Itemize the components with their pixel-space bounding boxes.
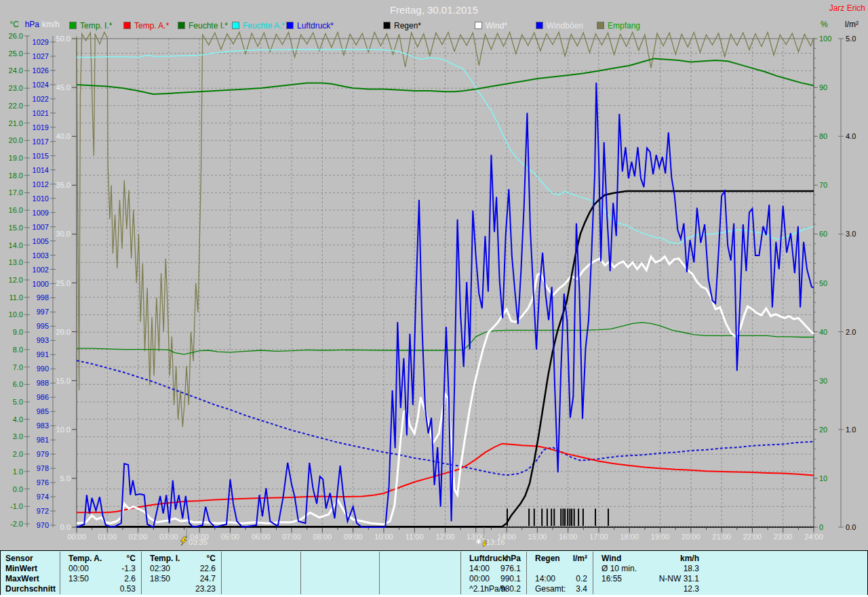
tick-degc: 20.0 bbox=[9, 136, 23, 144]
table-cell-value: 990.1 bbox=[500, 574, 521, 584]
table-cell-value: N-NW 31.1 bbox=[659, 574, 699, 584]
table-cell-time: Regen bbox=[535, 554, 560, 564]
table-cell-value: °C bbox=[127, 554, 136, 564]
table-cell-value: 12.3 bbox=[684, 584, 699, 594]
table-cell-time: Temp. I. bbox=[150, 554, 180, 564]
tick-degc: 2.0 bbox=[13, 450, 23, 458]
table-cell-row: Windkm/h bbox=[595, 554, 703, 564]
tick-hpa: 1027 bbox=[33, 52, 49, 60]
tick-degc: 26.0 bbox=[9, 32, 23, 40]
tick-degc: 14.0 bbox=[9, 241, 23, 249]
axis-title-degc: °C bbox=[10, 20, 20, 29]
tick-lm2: 2.0 bbox=[846, 328, 856, 336]
tick-hpa: 979 bbox=[37, 450, 49, 458]
tick-pct: 30 bbox=[819, 377, 827, 385]
table-row-label: Sensor bbox=[5, 554, 33, 564]
tick-pct: 20 bbox=[819, 426, 827, 434]
lightning-icon bbox=[180, 537, 186, 545]
tick-hpa: 1003 bbox=[33, 251, 49, 260]
table-cell-time: Wind bbox=[601, 554, 621, 564]
x-label: 22:00 bbox=[743, 533, 762, 541]
table-divider bbox=[460, 552, 461, 594]
table-cell-row: 12.3 bbox=[595, 584, 703, 594]
tick-lm2: 4.0 bbox=[846, 132, 856, 140]
table-cell-row: Temp. A.°C bbox=[62, 554, 140, 564]
rain-bar bbox=[551, 509, 552, 526]
rain-bar bbox=[541, 509, 542, 526]
tick-kmh: 30.0 bbox=[56, 230, 71, 238]
table-cell-row: 14:000.2 bbox=[528, 574, 591, 584]
table-cell-value: °C bbox=[207, 554, 216, 564]
x-label: 12:00 bbox=[436, 533, 455, 541]
rain-bar bbox=[578, 509, 579, 526]
table-cell-time: Ø 10 min. bbox=[601, 564, 637, 574]
table-cell-time: 13:50 bbox=[68, 574, 89, 584]
x-label: 16:00 bbox=[559, 533, 578, 541]
tick-pct: 80 bbox=[819, 132, 827, 140]
table-cell-row: Temp. I.°C bbox=[143, 554, 220, 564]
x-label: 21:00 bbox=[712, 533, 731, 541]
table-cell-value: 0.53 bbox=[120, 584, 136, 594]
tick-degc: 19.0 bbox=[9, 154, 23, 162]
tick-degc: 24.0 bbox=[9, 66, 23, 75]
rain-bar bbox=[560, 509, 561, 526]
tick-degc: 11.0 bbox=[9, 293, 23, 302]
rain-bar bbox=[574, 509, 575, 526]
weather-chart-canvas[interactable]: °ChPakm/h%l/m²26.025.024.023.022.021.020… bbox=[0, 0, 868, 549]
tick-degc: 1.0 bbox=[13, 468, 23, 476]
x-label: 19:00 bbox=[651, 533, 670, 541]
tick-degc: 23.0 bbox=[9, 84, 23, 92]
x-label: 08:00 bbox=[313, 533, 332, 541]
rain-bar bbox=[553, 509, 555, 526]
tick-kmh: 5.0 bbox=[60, 474, 71, 482]
tick-kmh: 20.0 bbox=[56, 328, 71, 336]
tick-degc: -2.0 bbox=[10, 520, 23, 528]
x-label: 15:00 bbox=[528, 533, 547, 541]
tick-hpa: 1009 bbox=[33, 209, 49, 217]
marker-time-label: 03:35 bbox=[189, 538, 208, 546]
table-cell-value: 3.4 bbox=[576, 584, 587, 594]
tick-hpa: 985 bbox=[37, 407, 49, 415]
x-label: 11:00 bbox=[406, 533, 424, 541]
tick-lm2: 0.0 bbox=[846, 523, 856, 531]
tick-hpa: 988 bbox=[37, 379, 49, 387]
tick-degc: -1.0 bbox=[10, 502, 23, 510]
rain-bar bbox=[571, 509, 572, 526]
rain-bar bbox=[608, 509, 609, 526]
tick-hpa: 993 bbox=[37, 336, 49, 344]
table-cell-value: 24.7 bbox=[200, 574, 216, 584]
tick-degc: 17.0 bbox=[9, 188, 23, 197]
tick-degc: 22.0 bbox=[9, 102, 23, 110]
table-cell-row: Regenl/m² bbox=[528, 554, 591, 564]
table-cell-row: 00:00990.1 bbox=[462, 574, 525, 584]
tick-hpa: 1021 bbox=[33, 109, 49, 117]
tick-kmh: 25.0 bbox=[56, 279, 71, 287]
table-divider bbox=[379, 552, 380, 594]
tick-hpa: 981 bbox=[37, 436, 49, 444]
tick-degc: 9.0 bbox=[13, 328, 23, 336]
rain-bar bbox=[534, 509, 535, 526]
tick-lm2: 5.0 bbox=[846, 35, 856, 43]
tick-pct: 50 bbox=[819, 279, 827, 287]
table-cell-value: hPa bbox=[506, 554, 521, 564]
table-cell-value: -1.3 bbox=[121, 564, 136, 574]
table-cell-time: 14:00 bbox=[469, 564, 490, 574]
tick-kmh: 35.0 bbox=[56, 181, 71, 189]
table-row-label: MinWert bbox=[5, 564, 37, 574]
rain-bar bbox=[567, 509, 568, 526]
table-cell-row: 18:5024.7 bbox=[143, 574, 220, 584]
x-label: 20:00 bbox=[682, 533, 701, 541]
tick-lm2: 3.0 bbox=[846, 230, 856, 238]
table-cell-value: 976.1 bbox=[500, 564, 521, 574]
table-cell-row: 16:55N-NW 31.1 bbox=[595, 574, 703, 584]
tick-degc: 7.0 bbox=[13, 363, 23, 371]
x-label: 06:00 bbox=[252, 533, 271, 541]
tick-hpa: 1015 bbox=[33, 152, 49, 160]
table-cell-row: ^2.1hPa/h980.2 bbox=[462, 584, 525, 594]
tick-hpa: 983 bbox=[37, 421, 49, 430]
table-row-label: Durchschnitt bbox=[5, 584, 56, 594]
x-label: 07:00 bbox=[282, 533, 301, 541]
x-label: 09:00 bbox=[344, 533, 363, 541]
tick-degc: 12.0 bbox=[9, 276, 23, 284]
rain-bar bbox=[507, 509, 508, 526]
